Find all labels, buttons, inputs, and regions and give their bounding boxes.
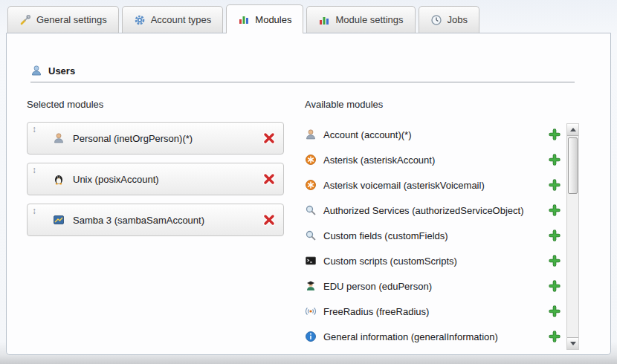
available-module-account: Account (account)(*): [305, 122, 565, 147]
module-label: EDU person (eduPerson): [323, 281, 432, 292]
module-label: Unix (posixAccount): [73, 174, 159, 185]
available-module-custom-scripts: Custom scripts (customScripts): [305, 248, 565, 273]
add-module-button[interactable]: [549, 255, 561, 267]
add-plus-icon: [549, 230, 561, 241]
arrow-up-icon: [570, 128, 576, 131]
radio-waves-icon: [305, 305, 317, 317]
available-module-edu-person: EDU person (eduPerson): [305, 273, 565, 299]
add-module-button[interactable]: [549, 204, 561, 216]
selected-modules-column: Selected modules ↕ Personal (inetOrgPers…: [27, 99, 284, 244]
add-plus-icon: [549, 204, 561, 216]
tools-icon: [19, 14, 31, 26]
available-modules-scrollbar[interactable]: [566, 123, 579, 350]
add-plus-icon: [549, 280, 561, 292]
module-label: Custom scripts (customScripts): [323, 256, 457, 267]
scroll-up-button[interactable]: [567, 124, 578, 136]
module-label: Authorized Services (authorizedServiceOb…: [323, 205, 524, 216]
available-module-asterisk: Asterisk (asteriskAccount): [305, 147, 565, 172]
delete-x-icon: [262, 172, 276, 186]
scrollbar-thumb[interactable]: [568, 137, 578, 194]
add-module-button[interactable]: [549, 154, 561, 166]
content-panel: Users Selected modules ↕ Personal (inetO…: [6, 33, 611, 355]
graduate-icon: [305, 280, 317, 292]
add-module-button[interactable]: [549, 230, 561, 241]
add-plus-icon: [549, 179, 561, 191]
add-plus-icon: [549, 154, 561, 166]
remove-module-button[interactable]: [262, 172, 276, 186]
samba-icon: [53, 214, 65, 226]
add-module-button[interactable]: [549, 179, 561, 191]
available-module-freeradius: FreeRadius (freeRadius): [305, 299, 565, 324]
tab-modules[interactable]: Modules: [226, 4, 303, 33]
modules-chart-icon: [318, 14, 330, 26]
asterisk-icon: [305, 154, 317, 166]
add-module-button[interactable]: [549, 129, 561, 140]
tab-bar: General settings Account types Modules: [7, 6, 479, 33]
lam-config-page: General settings Account types Modules: [0, 0, 617, 364]
available-module-asterisk-voicemail: Asterisk voicemail (asteriskVoicemail): [305, 172, 565, 198]
remove-module-button[interactable]: [262, 131, 276, 145]
drag-handle-icon[interactable]: ↕: [32, 165, 36, 175]
tab-label: Module settings: [335, 14, 403, 25]
module-label: Account (account)(*): [323, 129, 412, 140]
terminal-icon: [305, 255, 317, 267]
modules-chart-icon: [238, 13, 250, 25]
magnifier-icon: [305, 230, 317, 241]
page-title: Users: [48, 65, 75, 77]
tab-label: Account types: [151, 14, 212, 25]
available-module-general-information: General information (generalInformation): [305, 324, 565, 349]
module-label: Custom fields (customFields): [323, 230, 448, 241]
available-module-custom-fields: Custom fields (customFields): [305, 223, 565, 248]
add-module-button[interactable]: [549, 305, 561, 317]
module-label: Samba 3 (sambaSamAccount): [73, 215, 204, 226]
penguin-icon: [53, 173, 65, 185]
add-plus-icon: [549, 305, 561, 317]
delete-x-icon: [262, 131, 276, 145]
users-icon: [30, 65, 42, 77]
selected-module-samba3[interactable]: ↕ Samba 3 (sambaSamAccount): [27, 204, 284, 236]
clock-icon: [430, 14, 442, 26]
person-icon: [53, 132, 65, 144]
add-module-button[interactable]: [549, 280, 561, 292]
tab-label: General settings: [36, 14, 107, 25]
remove-module-button[interactable]: [262, 213, 276, 227]
tab-general-settings[interactable]: General settings: [7, 6, 119, 33]
available-module-authorized-services: Authorized Services (authorizedServiceOb…: [305, 198, 565, 223]
add-plus-icon: [549, 331, 561, 342]
module-label: FreeRadius (freeRadius): [323, 306, 429, 317]
module-label: Asterisk voicemail (asteriskVoicemail): [323, 180, 485, 191]
tab-label: Modules: [255, 14, 291, 25]
gear-icon: [134, 14, 146, 26]
drag-handle-icon[interactable]: ↕: [32, 206, 36, 216]
add-plus-icon: [549, 129, 561, 140]
arrow-down-icon: [570, 342, 576, 345]
scroll-down-button[interactable]: [567, 337, 578, 349]
module-label: Personal (inetOrgPerson)(*): [73, 133, 193, 144]
selected-modules-heading: Selected modules: [27, 99, 284, 110]
drag-handle-icon[interactable]: ↕: [32, 124, 36, 134]
module-label: General information (generalInformation): [323, 331, 498, 342]
module-label: Asterisk (asteriskAccount): [323, 155, 435, 166]
asterisk-icon: [305, 179, 317, 191]
available-modules-heading: Available modules: [305, 99, 565, 110]
delete-x-icon: [262, 213, 276, 227]
selected-module-unix[interactable]: ↕ Unix (posixAccount): [27, 163, 284, 195]
available-modules-column: Available modules Account (account)(*): [305, 99, 565, 349]
selected-module-personal[interactable]: ↕ Personal (inetOrgPerson)(*): [27, 122, 284, 155]
tab-label: Jobs: [448, 14, 468, 25]
add-module-button[interactable]: [549, 331, 561, 342]
info-icon: [305, 331, 317, 342]
tab-module-settings[interactable]: Module settings: [306, 6, 415, 33]
tab-account-types[interactable]: Account types: [122, 6, 224, 33]
tab-jobs[interactable]: Jobs: [419, 6, 479, 33]
users-section-header: Users: [30, 65, 575, 82]
person-icon: [305, 129, 317, 140]
add-plus-icon: [549, 255, 561, 267]
magnifier-icon: [305, 204, 317, 216]
